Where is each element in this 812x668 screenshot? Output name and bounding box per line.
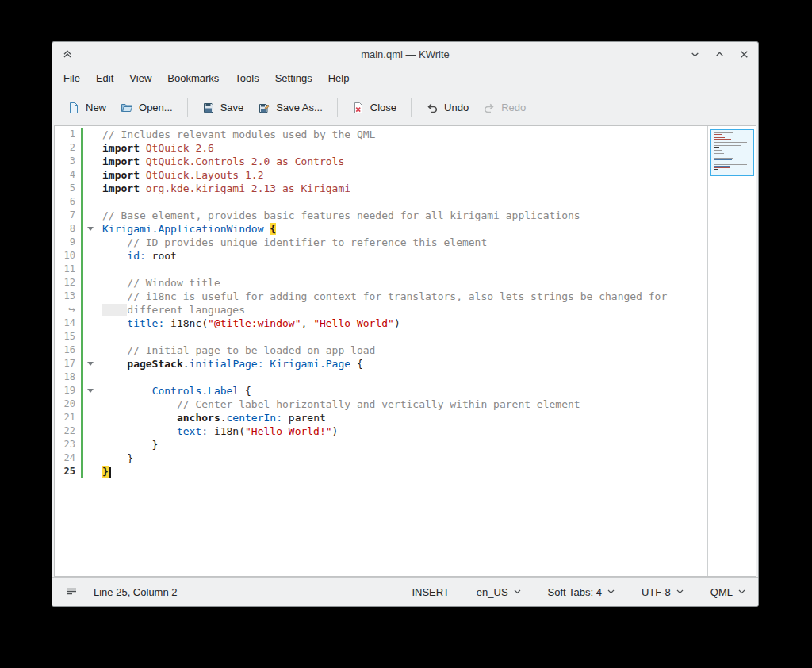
minimap-viewport[interactable] [710,129,754,176]
code-text: import QtQuick.Controls 2.0 as Controls [98,155,707,168]
fold-arrow-icon[interactable] [85,222,98,236]
minimap-line [714,152,750,152]
text-cursor [109,467,111,478]
syntax-mode-selector[interactable]: QML [709,583,747,601]
line-number: 24 [55,451,79,465]
code-text: // Window title [98,276,707,290]
dictionary-selector[interactable]: en_US [475,583,523,601]
code-line[interactable]: 14 title: i18nc("@title:window", "Hello … [55,317,707,330]
code-line[interactable]: 13 // i18nc is useful for adding context… [55,290,707,303]
save-button[interactable]: Save [195,97,251,119]
menu-settings[interactable]: Settings [267,68,320,88]
code-text: // Base element, provides basic features… [98,209,707,222]
modified-line-marker [79,168,85,182]
fold-gutter [85,128,98,141]
code-line[interactable]: 7// Base element, provides basic feature… [55,209,707,222]
code-line[interactable]: 21 anchors.centerIn: parent [55,411,707,424]
keep-above-icon[interactable] [61,48,74,60]
code-line[interactable]: 18 [55,370,707,384]
dictionary-label: en_US [477,586,508,598]
line-number: 22 [55,424,79,438]
document-close-icon [352,102,365,114]
input-mode-status[interactable]: INSERT [410,583,450,601]
minimize-button[interactable] [688,48,701,60]
code-line[interactable]: 20 // Center label horizontally and vert… [55,397,707,411]
code-line[interactable]: 25} [55,465,707,478]
titlebar[interactable]: main.qml — KWrite [52,42,758,66]
line-number: 21 [55,411,79,424]
code-line[interactable]: 11 [55,263,707,276]
new-button[interactable]: New [60,97,113,119]
code-line[interactable]: 3import QtQuick.Controls 2.0 as Controls [55,155,707,168]
cursor-position-status[interactable]: Line 25, Column 2 [92,583,179,601]
menu-view[interactable]: View [121,68,159,88]
code-line[interactable]: 17 pageStack.initialPage: Kirigami.Page … [55,357,707,370]
code-line[interactable]: 2import QtQuick 2.6 [55,141,707,155]
minimap-line [714,134,722,135]
minimap-scrollbar[interactable] [707,126,756,576]
undo-button-label: Undo [444,102,469,113]
code-line[interactable]: 10 id: root [55,249,707,263]
fold-gutter [85,451,98,465]
code-text: different languages [98,303,707,317]
minimap-line [714,153,724,154]
encoding-selector[interactable]: UTF-8 [640,583,685,601]
minimap-line [714,166,730,167]
line-number: 5 [55,182,79,195]
code-line[interactable]: 16 // Initial page to be loaded on app l… [55,344,707,357]
code-line[interactable]: 9 // ID provides unique identifier to re… [55,236,707,249]
word-count-icon[interactable] [63,582,79,601]
code-text: // ID provides unique identifier to refe… [98,236,707,249]
code-line[interactable]: 24 } [55,451,707,465]
code-line[interactable]: 12 // Window title [55,276,707,290]
save-as-button[interactable]: Save As... [251,97,330,119]
fold-gutter [85,155,98,168]
close-document-button[interactable]: Close [345,97,404,119]
fold-gutter [85,344,98,357]
open-button[interactable]: Open... [113,97,180,119]
fold-arrow-icon[interactable] [85,384,98,397]
fold-arrow-icon[interactable] [85,357,98,370]
close-button[interactable] [737,48,750,60]
maximize-button[interactable] [713,48,726,60]
minimap-lines [714,132,750,173]
minimap-line [714,139,731,140]
minimap-line [714,169,718,170]
save-as-button-label: Save As... [276,102,323,113]
text-area[interactable]: 1// Includes relevant modules used by th… [55,126,707,576]
undo-button[interactable]: Undo [419,97,476,119]
code-text: Kirigami.ApplicationWindow { [98,222,707,236]
line-number: 4 [55,168,79,182]
menu-help[interactable]: Help [320,68,358,88]
minimap-line [714,171,716,171]
code-line[interactable]: 4import QtQuick.Layouts 1.2 [55,168,707,182]
line-number: 6 [55,195,79,209]
modified-line-marker [79,384,85,397]
code-text: import QtQuick.Layouts 1.2 [98,168,707,182]
code-line[interactable]: 5import org.kde.kirigami 2.13 as Kirigam… [55,182,707,195]
tab-mode-selector[interactable]: Soft Tabs: 4 [546,583,616,601]
code-line[interactable]: 8Kirigami.ApplicationWindow { [55,222,707,236]
minimap-line [714,167,730,168]
line-number: 3 [55,155,79,168]
line-number: 8 [55,222,79,236]
menu-edit[interactable]: Edit [88,68,121,88]
menu-bookmarks[interactable]: Bookmarks [159,68,227,88]
code-line[interactable]: 22 text: i18n("Hello World!") [55,424,707,438]
modified-line-marker [79,465,85,478]
tab-mode-label: Soft Tabs: 4 [548,586,602,598]
menu-file[interactable]: File [56,68,88,88]
code-line[interactable]: ↪ different languages [55,303,707,317]
minimap-line [714,136,730,136]
line-number: 1 [55,128,79,141]
code-line[interactable]: 1// Includes relevant modules used by th… [55,128,707,141]
menu-tools[interactable]: Tools [227,68,266,88]
code-line[interactable]: 19 Controls.Label { [55,384,707,397]
minimap-line [714,147,719,148]
code-line[interactable]: 6 [55,195,707,209]
code-text [98,370,707,384]
code-line[interactable]: 23 } [55,438,707,451]
line-number: 20 [55,397,79,411]
code-line[interactable]: 15 [55,330,707,344]
editor-view: 1// Includes relevant modules used by th… [54,125,756,577]
